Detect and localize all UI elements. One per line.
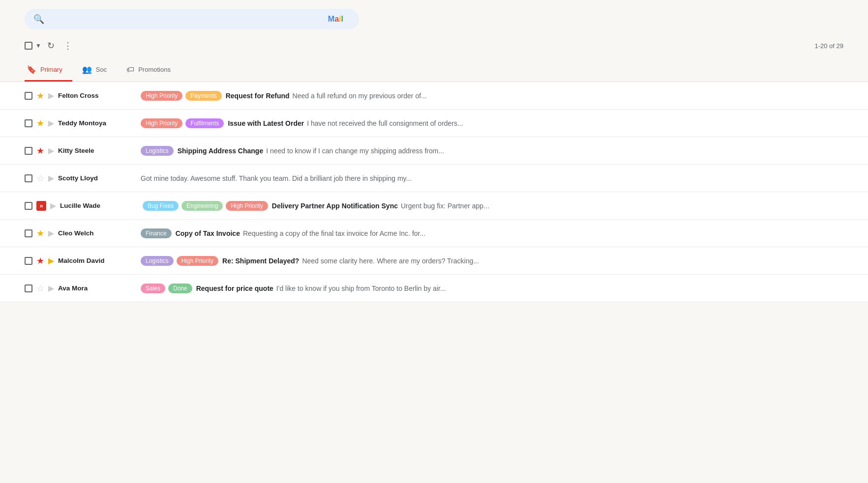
star-icon[interactable]: ☆ xyxy=(36,283,44,294)
gmail-m-icon: Mail xyxy=(328,15,343,24)
toolbar: ▼ ↻ ⋮ 1-20 of 29 xyxy=(0,35,868,56)
email-row[interactable]: ☆▶Ava MoraSalesDoneRequest for price quo… xyxy=(0,275,868,302)
email-preview: Need some clarity here. Where are my ord… xyxy=(302,257,479,265)
tag-payments[interactable]: Payments xyxy=(185,91,221,101)
star-icon[interactable]: » xyxy=(36,201,46,211)
social-tab-icon: 👥 xyxy=(82,65,92,74)
more-options-icon[interactable]: ⋮ xyxy=(60,38,75,53)
tab-promotions-label: Promotions xyxy=(138,66,171,73)
search-bar[interactable]: 🔍 Mail xyxy=(25,9,359,29)
tab-promotions[interactable]: 🏷 Promotions xyxy=(124,58,180,82)
search-icon: 🔍 xyxy=(33,14,44,25)
email-row[interactable]: ★▶Cleo WelchFinanceCopy of Tax InvoiceRe… xyxy=(0,220,868,247)
row-checkbox[interactable] xyxy=(25,119,32,127)
row-checkbox[interactable] xyxy=(25,174,32,182)
email-preview: Urgent bug fix: Partner app... xyxy=(401,202,489,210)
forward-icon: ▶ xyxy=(48,91,54,100)
tag-high-priority[interactable]: High Priority xyxy=(141,91,182,101)
sender-name: Malcolm David xyxy=(58,257,137,264)
tag-logistics[interactable]: Logistics xyxy=(141,146,174,156)
email-preview: Requesting a copy of the final tax invoi… xyxy=(243,229,425,237)
tags-area: SalesDone xyxy=(141,284,192,293)
tag-high-priority[interactable]: High Priority xyxy=(177,256,218,266)
star-icon[interactable]: ★ xyxy=(36,256,44,266)
email-row[interactable]: ★▶Malcolm DavidLogisticsHigh PriorityRe:… xyxy=(0,247,868,275)
row-checkbox[interactable] xyxy=(25,92,32,100)
email-content: Request for price quoteI'd like to know … xyxy=(196,284,446,292)
sender-name: Teddy Montoya xyxy=(58,119,137,127)
forward-icon: ▶ xyxy=(48,228,54,238)
email-content: Delivery Partner App Notification SyncUr… xyxy=(272,202,489,210)
tags-area: Finance xyxy=(141,228,172,238)
tab-primary-label: Primary xyxy=(40,66,62,73)
email-subject: Shipping Address Change xyxy=(178,147,264,155)
forward-icon: ▶ xyxy=(48,118,54,128)
email-row[interactable]: ★▶Kitty SteeleLogisticsShipping Address … xyxy=(0,137,868,165)
email-subject: Re: Shipment Delayed? xyxy=(222,257,299,265)
email-content: Copy of Tax InvoiceRequesting a copy of … xyxy=(176,229,425,237)
tag-bug-fixes[interactable]: Bug Fixes xyxy=(143,201,179,211)
tag-high-priority[interactable]: High Priority xyxy=(141,118,182,128)
email-content: Request for RefundNeed a full refund on … xyxy=(226,92,427,100)
top-bar: 🔍 Mail xyxy=(0,0,868,35)
email-subject: Request for price quote xyxy=(196,284,273,292)
gmail-logo: Mail xyxy=(328,15,345,24)
row-checkbox[interactable] xyxy=(25,202,32,210)
forward-icon: ▶ xyxy=(48,256,54,265)
tag-sales[interactable]: Sales xyxy=(141,284,165,293)
email-subject: Delivery Partner App Notification Sync xyxy=(272,202,398,210)
star-icon[interactable]: ★ xyxy=(36,90,44,101)
email-row[interactable]: ★▶Felton CrossHigh PriorityPaymentsReque… xyxy=(0,82,868,110)
email-preview: Got mine today. Awesome stuff. Thank you… xyxy=(141,174,412,182)
select-dropdown-icon[interactable]: ▼ xyxy=(35,42,41,49)
primary-tab-icon: 🔖 xyxy=(27,65,36,74)
tag-finance[interactable]: Finance xyxy=(141,228,172,238)
star-icon[interactable]: ★ xyxy=(36,145,44,156)
sender-name: Scotty Lloyd xyxy=(58,174,137,182)
row-checkbox[interactable] xyxy=(25,229,32,237)
forward-icon: ▶ xyxy=(50,201,56,210)
sender-name: Felton Cross xyxy=(58,92,137,99)
tags-area: Logistics xyxy=(141,146,174,156)
tab-social[interactable]: 👥 Soc xyxy=(80,58,117,82)
email-content: Got mine today. Awesome stuff. Thank you… xyxy=(141,174,412,182)
email-content: Issue with Latest OrderI have not receiv… xyxy=(228,119,463,127)
refresh-icon[interactable]: ↻ xyxy=(44,38,58,53)
email-preview: I need to know if I can change my shippi… xyxy=(266,147,444,155)
email-list: ★▶Felton CrossHigh PriorityPaymentsReque… xyxy=(0,82,868,302)
forward-icon: ▶ xyxy=(48,284,54,293)
star-icon[interactable]: ★ xyxy=(36,118,44,129)
select-all-checkbox[interactable] xyxy=(25,42,32,50)
email-content: Shipping Address ChangeI need to know if… xyxy=(178,147,444,155)
forward-icon: ▶ xyxy=(48,173,54,183)
sender-name: Kitty Steele xyxy=(58,147,137,154)
row-checkbox[interactable] xyxy=(25,147,32,155)
forward-icon: ▶ xyxy=(48,146,54,155)
tag-high-priority[interactable]: High Priority xyxy=(226,201,268,211)
sender-name: Ava Mora xyxy=(58,284,137,292)
tag-fulfilments[interactable]: Fulfilments xyxy=(185,118,224,128)
email-subject: Request for Refund xyxy=(226,92,290,100)
email-preview: Need a full refund on my previous order … xyxy=(293,92,427,100)
email-content: Re: Shipment Delayed?Need some clarity h… xyxy=(222,257,479,265)
email-subject: Issue with Latest Order xyxy=(228,119,304,127)
row-checkbox[interactable] xyxy=(25,284,32,292)
tag-logistics[interactable]: Logistics xyxy=(141,256,174,266)
email-count: 1-20 of 29 xyxy=(814,42,843,50)
email-preview: I'd like to know if you ship from Toront… xyxy=(276,284,446,292)
row-checkbox[interactable] xyxy=(25,257,32,265)
promotions-tab-icon: 🏷 xyxy=(126,65,134,74)
star-icon[interactable]: ★ xyxy=(36,228,44,239)
tab-primary[interactable]: 🔖 Primary xyxy=(25,58,72,82)
tags-area: LogisticsHigh Priority xyxy=(141,256,218,266)
email-row[interactable]: ★▶Teddy MontoyaHigh PriorityFulfilmentsI… xyxy=(0,110,868,137)
star-icon[interactable]: ☆ xyxy=(36,173,44,184)
tag-engineering[interactable]: Engineering xyxy=(181,201,223,211)
tabs-bar: 🔖 Primary 👥 Soc 🏷 Promotions xyxy=(0,58,868,82)
tags-area: High PriorityFulfilments xyxy=(141,118,224,128)
tab-social-label: Soc xyxy=(96,66,107,73)
email-row[interactable]: »▶Lucille WadeBug FixesEngineeringHigh P… xyxy=(0,192,868,220)
tag-done[interactable]: Done xyxy=(168,284,192,293)
email-row[interactable]: ☆▶Scotty LloydGot mine today. Awesome st… xyxy=(0,165,868,192)
sender-name: Cleo Welch xyxy=(58,229,137,237)
